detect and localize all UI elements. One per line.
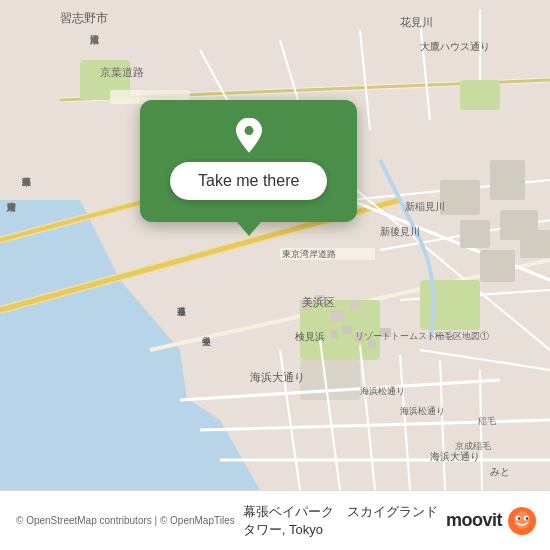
bottom-bar: © OpenStreetMap contributors | © OpenMap… — [0, 490, 550, 550]
svg-point-58 — [526, 517, 528, 519]
area-label-inagefur: 稲毛 — [478, 415, 496, 428]
svg-rect-27 — [330, 310, 344, 322]
location-pin-icon — [231, 118, 267, 154]
svg-rect-24 — [460, 80, 500, 110]
location-name-text: 幕張ベイパーク スカイグランドタワー, Tokyo — [243, 503, 446, 539]
road-label-keiyo: 京葉道路 — [100, 65, 144, 80]
svg-rect-37 — [440, 180, 480, 215]
moovit-mascot-icon — [506, 505, 538, 537]
area-label-narashino: 習志野市 — [60, 10, 108, 27]
area-label-mito: みと — [490, 465, 510, 479]
road-label-tokyowan2: 東京湾岸道路 — [282, 248, 336, 261]
svg-rect-36 — [300, 360, 360, 400]
place-label-shinagawa2: 新後見川 — [380, 225, 420, 239]
area-label-hanamigawa: 花見川 — [400, 15, 433, 30]
popup-box: Take me there — [140, 100, 357, 222]
road-label-shinagawa: 新稲見川 — [405, 200, 445, 214]
area-label-service: リゾートトームストーン — [355, 330, 454, 343]
road-label-kaihin: 海浜大通り — [250, 370, 305, 385]
svg-rect-28 — [350, 300, 360, 310]
area-label-makunouchi: 検見浜 — [295, 330, 325, 344]
svg-point-57 — [518, 517, 520, 519]
map-background — [0, 0, 550, 490]
road-label-chuo2: 幕張通り — [175, 300, 188, 310]
attribution-text: © OpenStreetMap contributors | © OpenMap… — [16, 515, 235, 526]
map-container: 習志野市 京葉道路 京成津田沼 花見川 東京湾岸道路 千葉幕張海浜線 東京湾岸道… — [0, 0, 550, 490]
area-label-mihama: 美浜区 — [302, 295, 335, 310]
svg-point-54 — [514, 511, 530, 529]
svg-rect-23 — [420, 280, 480, 330]
svg-rect-42 — [520, 230, 550, 258]
svg-rect-31 — [330, 330, 338, 338]
road-label-kaihin2: 海浜松通り — [360, 385, 405, 398]
moovit-logo: moovit — [446, 505, 538, 537]
svg-rect-32 — [342, 325, 352, 334]
popup-container: Take me there — [140, 100, 357, 222]
road-label-kaihin3: 海浜松通り — [400, 405, 445, 418]
moovit-brand-text: moovit — [446, 510, 502, 531]
road-label-chuo: 中央通り — [200, 330, 213, 340]
svg-rect-39 — [460, 220, 490, 248]
svg-rect-41 — [480, 250, 515, 282]
area-label-inagekaigan: 京成稲毛 — [455, 440, 491, 453]
svg-point-52 — [244, 126, 253, 135]
svg-rect-38 — [490, 160, 525, 200]
road-label-oizumi: 大鷹ハウス通り — [420, 40, 490, 54]
take-me-there-button[interactable]: Take me there — [170, 162, 327, 200]
